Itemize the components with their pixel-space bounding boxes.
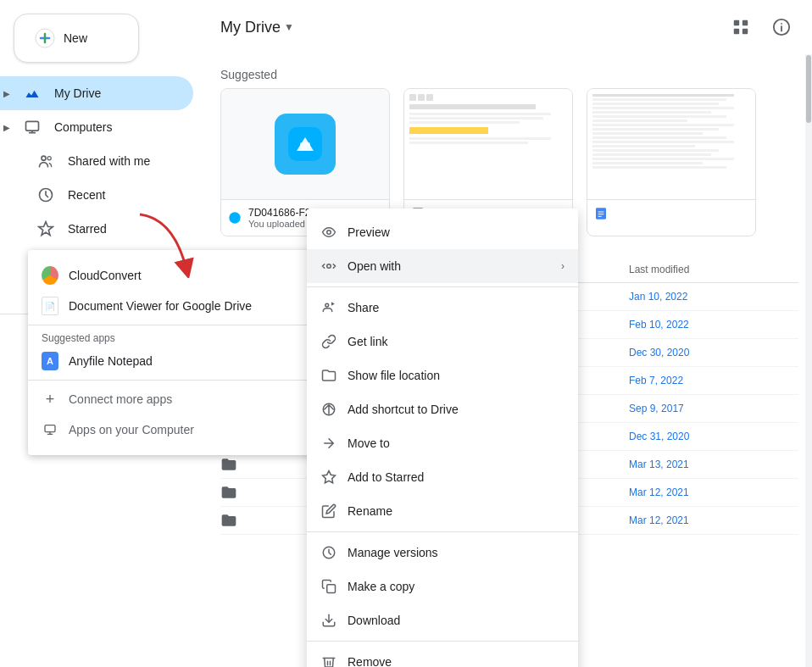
remove-icon [320,653,337,667]
rcm-item-preview[interactable]: Preview [307,215,578,249]
cm-item-label-cloudconvert: CloudConvert [69,269,303,282]
shared-icon [37,153,54,170]
rcm-item-download[interactable]: Download [307,603,578,637]
file-card-2[interactable] [587,88,756,236]
header-title-text: My Drive [220,19,281,36]
file-card-thumb-1 [404,89,572,199]
rcm-item-label-move-to: Move to [348,436,565,450]
scrollbar-track [805,54,812,667]
header-dropdown-arrow: ▼ [284,21,294,33]
computer-icon [24,119,41,136]
svg-marker-9 [39,222,53,236]
rcm-item-label-add-shortcut: Add shortcut to Drive [348,403,565,416]
doc-thumb-2 [587,89,755,199]
rcm-item-label-preview: Preview [348,225,565,239]
download-icon [320,612,337,629]
scrollbar-thumb[interactable] [806,55,811,123]
svg-rect-37 [327,585,336,593]
new-label: New [64,31,87,45]
cm-connect-more[interactable]: + Connect more apps [28,384,316,414]
rcm-item-show-file-location[interactable]: Show file location [307,359,578,392]
doc-thumb-1 [404,89,572,199]
context-menu: Preview Open with › Share Get link Show … [307,208,578,667]
cm-item-cloudconvert[interactable]: CloudConvert [28,260,316,291]
rcm-item-add-starred[interactable]: Add to Starred [307,460,578,494]
svg-rect-13 [742,29,748,34]
sidebar-item-starred[interactable]: Starred [0,212,193,246]
expand-arrow-computers: ▶ [3,123,10,132]
cm-connect-label: Connect more apps [69,392,172,406]
rcm-item-manage-versions[interactable]: Manage versions [307,536,578,570]
cm-apps-computer[interactable]: Apps on your Computer [28,414,316,445]
suggested-apps-title: Suggested apps [28,329,316,346]
sidebar-item-computers[interactable]: ▶ Computers [0,110,193,144]
connect-plus-icon: + [42,391,58,408]
preview-icon [320,224,337,241]
rcm-item-label-download: Download [348,614,565,627]
rcm-item-move-to[interactable]: Move to [307,426,578,460]
new-button[interactable]: New [14,14,139,63]
sidebar-item-shared-with-me[interactable]: Shared with me [0,144,193,178]
sidebar-item-recent[interactable]: Recent [0,178,193,212]
folder-icon-7 [220,484,237,501]
col-modified-2: Dec 30, 2020 [629,347,798,359]
open-with-arrow: › [561,260,565,272]
col-modified-3: Feb 7, 2022 [629,375,798,386]
edit-icon [320,503,337,520]
svg-rect-10 [734,20,739,25]
rcm-item-label-open-with: Open with [348,259,551,273]
suggested-apps-section: Suggested apps A Anyfile Notepad [28,325,316,380]
rcm-item-label-share: Share [348,301,565,314]
cm-item-docviewer[interactable]: 📄 Document Viewer for Google Drive [28,291,316,321]
file-type-icon-2 [594,207,608,220]
location-icon [320,367,337,384]
app-list-section: CloudConvert 📄 Document Viewer for Googl… [28,257,316,325]
sidebar-item-my-drive[interactable]: ▶ My Drive [0,76,193,110]
starred-icon [37,220,54,237]
header-actions [724,10,798,44]
rcm-item-share[interactable]: Share [307,291,578,325]
rcm-item-add-shortcut[interactable]: Add shortcut to Drive [307,392,578,426]
svg-point-19 [229,212,240,223]
rcm-item-remove[interactable]: Remove [307,645,578,667]
cloudconvert-icon [42,267,58,284]
file-card-thumb-0 [221,89,389,199]
col-modified-6: Mar 13, 2021 [629,459,798,470]
header-title[interactable]: My Drive ▼ [220,19,294,36]
sidebar-item-label-shared: Shared with me [68,154,150,168]
sidebar-item-label-starred: Starred [68,222,107,236]
cm-item-anyfile[interactable]: A Anyfile Notepad [28,346,316,376]
sidebar-item-label-recent: Recent [68,188,105,202]
move-icon [320,435,337,452]
app-icon-0 [275,114,336,175]
copy-icon [320,578,337,595]
grid-view-button[interactable] [724,10,758,44]
col-modified-0: Jan 10, 2022 [629,291,798,303]
folder-icon-8 [220,512,237,529]
docviewer-icon: 📄 [42,297,58,314]
rcm-item-get-link[interactable]: Get link [307,325,578,359]
rcm-item-rename[interactable]: Rename [307,494,578,528]
open-with-submenu: CloudConvert 📄 Document Viewer for Googl… [28,250,316,455]
link-icon [320,333,337,350]
folder-icon-6 [220,456,237,473]
share-icon [320,299,337,316]
svg-rect-18 [300,142,310,151]
col-modified-4: Sep 9, 2017 [629,403,798,414]
file-type-icon-0 [228,211,242,225]
suggested-title: Suggested [220,54,798,88]
expand-arrow-my-drive: ▶ [3,89,10,98]
divider-3 [307,641,578,642]
rcm-item-make-copy[interactable]: Make a copy [307,570,578,603]
svg-rect-28 [45,425,55,432]
col-modified-1: Feb 10, 2022 [629,319,798,331]
rcm-item-label-show-file-location: Show file location [348,369,565,382]
header: My Drive ▼ [207,0,812,54]
rcm-item-label-remove: Remove [348,655,565,667]
recent-icon [37,186,54,203]
rcm-item-label-get-link: Get link [348,335,565,348]
rcm-item-open-with[interactable]: Open with › [307,249,578,283]
col-modified-5: Dec 31, 2020 [629,431,798,442]
col-modified-header: Last modified [629,264,798,275]
info-button[interactable] [765,10,798,44]
